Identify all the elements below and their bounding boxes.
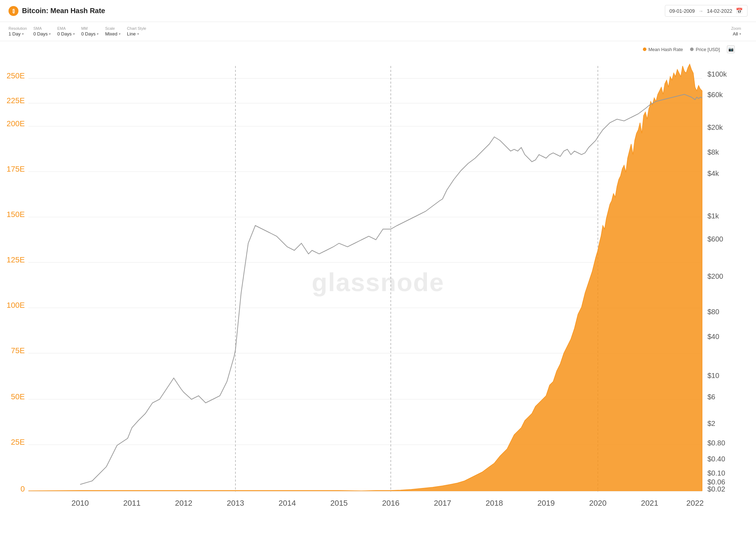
svg-text:100E: 100E: [7, 301, 25, 310]
svg-text:2016: 2016: [382, 499, 400, 507]
svg-text:2012: 2012: [175, 499, 193, 507]
chart-style-control[interactable]: Chart Style Line ▾: [127, 25, 152, 38]
svg-text:2020: 2020: [589, 499, 607, 507]
svg-text:175E: 175E: [7, 165, 25, 173]
svg-text:$10: $10: [707, 372, 719, 379]
svg-text:$0.10: $0.10: [707, 469, 725, 477]
chevron-icon: ▾: [73, 32, 75, 36]
chevron-icon: ▾: [739, 32, 741, 36]
price-label: Price [USD]: [696, 47, 720, 52]
chevron-icon: ▾: [49, 32, 51, 36]
mm-value: 0 Days ▾: [81, 31, 99, 37]
svg-text:$0.40: $0.40: [707, 455, 725, 463]
chart-legend: Mean Hash Rate Price [USD] 📷: [643, 45, 735, 53]
calendar-icon: 📅: [736, 7, 743, 14]
svg-text:2013: 2013: [227, 499, 244, 507]
header: ₿ Bitcoin: Mean Hash Rate 09-01-2009 → 1…: [0, 0, 756, 22]
svg-text:2014: 2014: [279, 499, 296, 507]
svg-text:250E: 250E: [7, 71, 25, 80]
toolbar: Resolution 1 Day ▾ SMA 0 Days ▾ EMA 0 Da…: [0, 22, 756, 41]
hash-rate-dot: [643, 48, 646, 51]
zoom-control[interactable]: Zoom All ▾: [731, 25, 747, 38]
svg-text:150E: 150E: [7, 210, 25, 219]
resolution-value: 1 Day ▾: [9, 31, 27, 37]
svg-text:50E: 50E: [11, 392, 25, 401]
scale-control[interactable]: Scale Mixed ▾: [105, 25, 127, 38]
chevron-icon: ▾: [22, 32, 24, 36]
svg-text:$0.80: $0.80: [707, 439, 725, 447]
chart-wrapper: Mean Hash Rate Price [USD] 📷 glassnode 0…: [0, 41, 756, 523]
svg-text:2021: 2021: [641, 499, 658, 507]
svg-text:2018: 2018: [486, 499, 503, 507]
price-legend: Price [USD]: [690, 47, 720, 52]
date-end: 14-02-2022: [707, 8, 732, 14]
svg-text:0: 0: [21, 484, 25, 493]
svg-text:$2: $2: [707, 420, 715, 427]
price-dot: [690, 48, 694, 51]
svg-text:$0.02: $0.02: [707, 485, 725, 493]
page-title: Bitcoin: Mean Hash Rate: [22, 7, 105, 15]
mm-control[interactable]: MM 0 Days ▾: [81, 25, 105, 38]
scale-label: Scale: [105, 26, 121, 30]
svg-text:2019: 2019: [538, 499, 555, 507]
chevron-icon: ▾: [137, 32, 139, 36]
svg-text:2015: 2015: [330, 499, 348, 507]
chart-container: glassnode 0 25E 50E 75E 100E 125E 150E 1…: [0, 45, 756, 520]
date-start: 09-01-2009: [669, 8, 695, 14]
screenshot-button[interactable]: 📷: [727, 45, 735, 53]
zoom-label: Zoom: [731, 26, 741, 30]
svg-text:2010: 2010: [72, 499, 89, 507]
date-range[interactable]: 09-01-2009 → 14-02-2022 📅: [665, 5, 747, 17]
svg-text:$600: $600: [707, 235, 723, 243]
sma-label: SMA: [33, 26, 51, 30]
zoom-value: All ▾: [733, 31, 741, 37]
sma-value: 0 Days ▾: [33, 31, 51, 37]
date-separator: →: [698, 8, 703, 14]
btc-icon: ₿: [9, 6, 18, 16]
svg-text:2022: 2022: [686, 499, 704, 507]
scale-value: Mixed ▾: [105, 31, 121, 37]
svg-text:2011: 2011: [123, 499, 141, 507]
resolution-control[interactable]: Resolution 1 Day ▾: [9, 25, 33, 38]
svg-text:75E: 75E: [11, 346, 25, 355]
svg-text:25E: 25E: [11, 438, 25, 446]
svg-text:$20k: $20k: [707, 123, 723, 131]
svg-text:$40: $40: [707, 333, 719, 340]
mm-label: MM: [81, 26, 99, 30]
svg-text:$0.06: $0.06: [707, 478, 725, 486]
chevron-icon: ▾: [97, 32, 99, 36]
hash-rate-legend: Mean Hash Rate: [643, 47, 683, 52]
svg-text:$6: $6: [707, 393, 715, 401]
ema-control[interactable]: EMA 0 Days ▾: [57, 25, 81, 38]
chevron-icon: ▾: [119, 32, 121, 36]
hash-rate-label: Mean Hash Rate: [649, 47, 683, 52]
title-area: ₿ Bitcoin: Mean Hash Rate: [9, 6, 105, 16]
chart-style-value: Line ▾: [127, 31, 146, 37]
chart-style-label: Chart Style: [127, 26, 146, 30]
ema-value: 0 Days ▾: [57, 31, 74, 37]
svg-text:$60k: $60k: [707, 91, 723, 99]
svg-text:2017: 2017: [434, 499, 451, 507]
svg-text:$80: $80: [707, 308, 719, 316]
resolution-label: Resolution: [9, 26, 27, 30]
chart-svg: 0 25E 50E 75E 100E 125E 150E 175E 200E 2…: [0, 45, 756, 520]
page-container: ₿ Bitcoin: Mean Hash Rate 09-01-2009 → 1…: [0, 0, 756, 523]
svg-text:225E: 225E: [7, 96, 25, 105]
svg-text:200E: 200E: [7, 119, 25, 128]
svg-text:$4k: $4k: [707, 170, 719, 177]
svg-text:$100k: $100k: [707, 70, 727, 78]
svg-text:125E: 125E: [7, 255, 25, 264]
ema-label: EMA: [57, 26, 74, 30]
sma-control[interactable]: SMA 0 Days ▾: [33, 25, 57, 38]
svg-text:$1k: $1k: [707, 212, 719, 220]
svg-text:$8k: $8k: [707, 148, 719, 156]
svg-text:$200: $200: [707, 272, 723, 280]
